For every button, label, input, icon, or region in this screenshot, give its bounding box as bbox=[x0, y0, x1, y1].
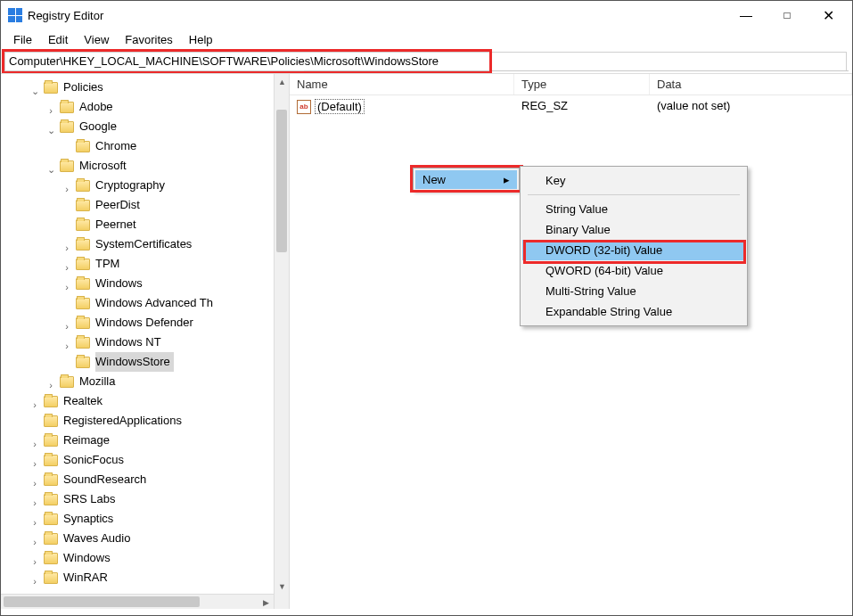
folder-icon bbox=[44, 82, 58, 94]
expander-icon[interactable]: › bbox=[29, 571, 40, 582]
expander-icon[interactable]: › bbox=[62, 238, 72, 249]
folder-icon bbox=[44, 435, 58, 447]
expander-icon[interactable]: ⌄ bbox=[45, 120, 56, 131]
ctx-item-qword[interactable]: QWORD (64-bit) Value bbox=[522, 260, 745, 281]
tree-scrollbar-horizontal[interactable]: ◀ ▶ bbox=[1, 594, 274, 609]
minimize-button[interactable]: — bbox=[726, 2, 767, 29]
tree-node-windows2[interactable]: ›Windows bbox=[44, 548, 289, 568]
col-data[interactable]: Data bbox=[650, 74, 852, 94]
folder-icon bbox=[44, 474, 58, 486]
menu-view[interactable]: View bbox=[77, 31, 116, 48]
tree-node-sonicfocus[interactable]: ›SonicFocus bbox=[44, 450, 289, 470]
menu-file[interactable]: File bbox=[6, 31, 39, 48]
col-name[interactable]: Name bbox=[290, 74, 514, 94]
tree-node-waves[interactable]: ›Waves Audio bbox=[44, 529, 289, 548]
content-area: ⌄ Policies ›Adobe ⌄Google Chrome ⌄Micros… bbox=[1, 73, 852, 609]
ctx-item-dword[interactable]: DWORD (32-bit) Value bbox=[522, 240, 745, 260]
expander-icon[interactable]: › bbox=[29, 552, 40, 563]
expander-icon[interactable]: › bbox=[62, 258, 72, 268]
tree-label: SonicFocus bbox=[63, 450, 124, 470]
tree-label: Windows bbox=[63, 548, 111, 568]
value-row-default[interactable]: ab (Default) REG_SZ (value not set) bbox=[290, 95, 852, 114]
tree-node-windows-defender[interactable]: ›Windows Defender bbox=[76, 313, 289, 333]
menubar: File Edit View Favorites Help bbox=[1, 29, 852, 52]
scroll-thumb[interactable] bbox=[276, 110, 287, 252]
expander-icon[interactable]: › bbox=[62, 277, 72, 288]
menu-help[interactable]: Help bbox=[182, 31, 220, 48]
expander-icon[interactable]: › bbox=[62, 179, 72, 190]
expander-icon[interactable]: ⌄ bbox=[29, 81, 40, 92]
tree-label: Windows bbox=[95, 274, 143, 293]
tree-node-peerdist[interactable]: PeerDist bbox=[76, 195, 289, 215]
ctx-item-key[interactable]: Key bbox=[522, 170, 745, 191]
ctx-item-multi[interactable]: Multi-String Value bbox=[522, 281, 745, 301]
scroll-thumb[interactable] bbox=[4, 596, 200, 607]
folder-icon bbox=[76, 219, 90, 231]
expander-icon[interactable]: › bbox=[29, 434, 40, 445]
ctx-item-expand[interactable]: Expandable String Value bbox=[522, 301, 745, 322]
folder-icon bbox=[76, 337, 90, 349]
expander-icon[interactable]: › bbox=[45, 101, 56, 111]
tree-label: Windows Defender bbox=[95, 313, 193, 333]
tree-node-windows[interactable]: ›Windows bbox=[76, 274, 289, 293]
expander-icon[interactable]: ⌄ bbox=[45, 160, 56, 170]
scroll-right-icon[interactable]: ▶ bbox=[258, 595, 274, 609]
tree-node-adobe[interactable]: ›Adobe bbox=[60, 97, 289, 117]
folder-icon bbox=[44, 513, 58, 525]
tree-node-synaptics[interactable]: ›Synaptics bbox=[44, 509, 289, 529]
tree-node-realtek[interactable]: ›Realtek bbox=[44, 391, 289, 411]
tree-node-soundresearch[interactable]: ›SoundResearch bbox=[44, 470, 289, 489]
ctx-label: DWORD (32-bit) Value bbox=[545, 243, 662, 257]
tree-node-windows-adv[interactable]: Windows Advanced Th bbox=[76, 293, 289, 313]
tree-label: Google bbox=[79, 117, 117, 136]
tree-label: Windows NT bbox=[95, 333, 161, 352]
scroll-up-icon[interactable]: ▲ bbox=[275, 74, 290, 89]
expander-icon[interactable]: › bbox=[62, 336, 72, 347]
tree-node-winrar[interactable]: ›WinRAR bbox=[44, 568, 289, 587]
window-title: Registry Editor bbox=[22, 9, 726, 22]
ctx-item-string[interactable]: String Value bbox=[522, 199, 745, 219]
expander-icon[interactable]: › bbox=[29, 454, 40, 464]
ctx-item-new[interactable]: New ▸ bbox=[415, 170, 517, 189]
tree-node-regapps[interactable]: RegisteredApplications bbox=[44, 411, 289, 431]
tree-node-srs[interactable]: ›SRS Labs bbox=[44, 489, 289, 509]
expander-icon[interactable]: › bbox=[45, 375, 56, 386]
maximize-button[interactable]: □ bbox=[767, 2, 808, 29]
menu-edit[interactable]: Edit bbox=[41, 31, 75, 48]
ctx-label: Key bbox=[545, 174, 565, 187]
menu-favorites[interactable]: Favorites bbox=[118, 31, 179, 48]
expander-icon[interactable]: › bbox=[29, 395, 40, 406]
list-pane[interactable]: Name Type Data ab (Default) REG_SZ (valu… bbox=[290, 74, 852, 609]
tree-node-microsoft[interactable]: ⌄Microsoft ›Cryptography PeerDist Peerne… bbox=[60, 156, 289, 372]
tree-node-windows-nt[interactable]: ›Windows NT bbox=[76, 333, 289, 352]
tree-node-mozilla[interactable]: ›Mozilla bbox=[60, 372, 289, 391]
tree-node-peernet[interactable]: Peernet bbox=[76, 215, 289, 234]
tree-node-google[interactable]: ⌄Google Chrome bbox=[60, 117, 289, 156]
expander-icon[interactable]: › bbox=[29, 513, 40, 523]
ctx-item-binary[interactable]: Binary Value bbox=[522, 219, 745, 240]
tree-node-chrome[interactable]: Chrome bbox=[76, 136, 289, 156]
expander-icon[interactable]: › bbox=[29, 493, 40, 504]
tree-scrollbar-vertical[interactable]: ▲ ▼ bbox=[274, 74, 289, 609]
col-type[interactable]: Type bbox=[514, 74, 650, 94]
tree-pane[interactable]: ⌄ Policies ›Adobe ⌄Google Chrome ⌄Micros… bbox=[1, 74, 290, 609]
folder-icon bbox=[60, 160, 74, 172]
tree-node-reimage[interactable]: ›Reimage bbox=[44, 431, 289, 450]
submenu-arrow-icon: ▸ bbox=[504, 173, 510, 186]
tree-node-systemcertificates[interactable]: ›SystemCertificates bbox=[76, 234, 289, 254]
tree-node-cryptography[interactable]: ›Cryptography bbox=[76, 176, 289, 195]
folder-icon bbox=[76, 317, 90, 329]
tree-label: Policies bbox=[63, 78, 103, 97]
expander-icon[interactable]: › bbox=[62, 316, 72, 327]
tree-node-tpm[interactable]: ›TPM bbox=[76, 254, 289, 274]
address-bar[interactable]: Computer\HKEY_LOCAL_MACHINE\SOFTWARE\Pol… bbox=[4, 52, 847, 71]
tree-node-windowsstore[interactable]: WindowsStore bbox=[76, 352, 289, 372]
expander-icon[interactable]: › bbox=[29, 532, 40, 543]
ctx-label: Binary Value bbox=[545, 223, 611, 236]
tree-label: WinRAR bbox=[63, 568, 108, 587]
tree-label: Cryptography bbox=[95, 176, 165, 195]
tree-node-policies[interactable]: ⌄ Policies ›Adobe ⌄Google Chrome ⌄Micros… bbox=[44, 78, 289, 391]
expander-icon[interactable]: › bbox=[29, 473, 40, 484]
close-button[interactable]: ✕ bbox=[808, 2, 849, 29]
scroll-down-icon[interactable]: ▼ bbox=[275, 579, 290, 594]
